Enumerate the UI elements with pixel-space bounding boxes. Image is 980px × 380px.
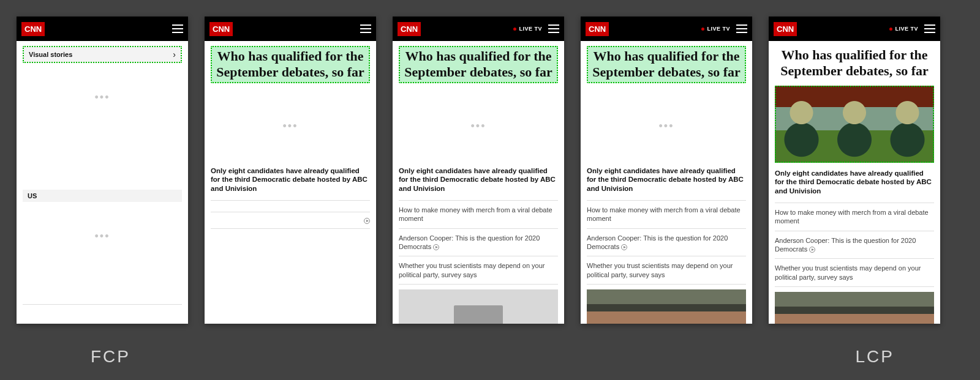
timeline-frame-5: CNN LIVE TV Who has qualified for the Se… <box>769 17 940 324</box>
play-icon[interactable] <box>364 218 370 224</box>
timeline-frame-4: CNN LIVE TV Who has qualified for the Se… <box>581 17 752 324</box>
story-link[interactable]: Anderson Cooper: This is the question fo… <box>587 233 746 253</box>
live-dot-icon <box>889 28 892 31</box>
lcp-highlight-headline: Who has qualified for the September deba… <box>211 46 370 83</box>
play-icon <box>809 247 815 253</box>
story-link[interactable]: Anderson Cooper: This is the question fo… <box>775 235 934 255</box>
divider <box>775 203 934 203</box>
story-link[interactable]: How to make money with merch from a vira… <box>775 207 934 227</box>
article-headline[interactable]: Who has qualified for the September deba… <box>402 48 554 80</box>
live-tv-label: LIVE TV <box>895 26 918 32</box>
cnn-logo[interactable]: CNN <box>586 22 609 36</box>
loading-indicator: ••• <box>23 91 182 104</box>
chevron-right-icon: › <box>173 50 176 59</box>
menu-icon[interactable] <box>736 24 747 33</box>
story-link[interactable]: Whether you trust scientists may depend … <box>587 260 746 280</box>
cnn-logo[interactable]: CNN <box>774 22 797 36</box>
page-header: CNN <box>205 17 376 41</box>
menu-icon[interactable] <box>360 24 371 33</box>
loading-indicator: ••• <box>23 230 182 243</box>
page-header: CNN LIVE TV <box>393 17 564 41</box>
divider <box>211 212 370 212</box>
play-icon <box>433 244 439 250</box>
menu-icon[interactable] <box>172 24 183 33</box>
divider <box>587 256 746 256</box>
section-us[interactable]: US <box>23 190 182 202</box>
page-header: CNN LIVE TV <box>581 17 752 41</box>
divider <box>587 200 746 201</box>
cnn-logo[interactable]: CNN <box>21 22 45 36</box>
menu-icon[interactable] <box>548 24 559 33</box>
article-lead[interactable]: Only eight candidates have already quali… <box>587 165 746 196</box>
section-label: Visual stories <box>29 51 72 58</box>
divider <box>211 200 370 201</box>
article-lead[interactable]: Only eight candidates have already quali… <box>399 165 558 196</box>
story-link[interactable]: Whether you trust scientists may depend … <box>399 260 558 280</box>
hero-loading: ••• <box>399 88 558 165</box>
secondary-image <box>587 289 746 324</box>
story-link[interactable]: How to make money with merch from a vira… <box>399 204 558 225</box>
timeline-frame-3: CNN LIVE TV Who has qualified for the Se… <box>393 17 564 324</box>
article-lead[interactable]: Only eight candidates have already quali… <box>775 168 934 199</box>
article-headline[interactable]: Who has qualified for the September deba… <box>214 48 366 80</box>
divider <box>399 284 558 285</box>
lcp-label: LCP <box>856 347 894 367</box>
section-visual-stories[interactable]: Visual stories › <box>23 46 182 63</box>
timeline-frame-1: CNN Visual stories › ••• US ••• <box>17 17 188 324</box>
secondary-image <box>775 292 934 324</box>
fcp-label: FCP <box>91 347 130 367</box>
hero-loading: ••• <box>587 88 746 165</box>
divider <box>399 256 558 256</box>
headline-wrap: Who has qualified for the September deba… <box>775 46 934 81</box>
image-placeholder <box>399 289 558 324</box>
play-icon <box>621 244 627 250</box>
lcp-highlight-headline: Who has qualified for the September deba… <box>399 46 558 83</box>
hero-loading: ••• <box>211 88 370 165</box>
live-tv-link[interactable]: LIVE TV <box>889 26 918 32</box>
divider <box>399 228 558 229</box>
divider <box>211 228 370 229</box>
story-link[interactable]: Anderson Cooper: This is the question fo… <box>399 233 558 253</box>
story-link[interactable]: Whether you trust scientists may depend … <box>775 263 934 283</box>
divider <box>587 228 746 229</box>
article-lead[interactable]: Only eight candidates have already quali… <box>211 165 370 196</box>
hero-image[interactable] <box>775 86 934 163</box>
lcp-highlight-headline: Who has qualified for the September deba… <box>587 46 746 83</box>
section-label: US <box>28 192 37 199</box>
divider <box>775 231 934 231</box>
lcp-highlight-image <box>775 86 934 163</box>
live-tv-label: LIVE TV <box>519 26 542 32</box>
divider <box>23 304 182 305</box>
story-link[interactable]: How to make money with merch from a vira… <box>587 204 746 225</box>
divider <box>775 258 934 259</box>
page-header: CNN <box>17 17 188 41</box>
divider <box>587 284 746 285</box>
cnn-logo[interactable]: CNN <box>398 22 421 36</box>
menu-icon[interactable] <box>924 24 935 33</box>
live-dot-icon <box>513 28 516 31</box>
cnn-logo[interactable]: CNN <box>209 22 233 36</box>
live-tv-link[interactable]: LIVE TV <box>701 26 730 32</box>
timeline-frame-2: CNN Who has qualified for the September … <box>205 17 376 324</box>
live-tv-label: LIVE TV <box>707 26 730 32</box>
live-dot-icon <box>701 28 704 31</box>
divider <box>399 200 558 201</box>
article-headline[interactable]: Who has qualified for the September deba… <box>777 47 932 79</box>
divider <box>775 286 934 287</box>
live-tv-link[interactable]: LIVE TV <box>513 26 542 32</box>
article-headline[interactable]: Who has qualified for the September deba… <box>590 48 742 80</box>
page-header: CNN LIVE TV <box>769 17 940 41</box>
